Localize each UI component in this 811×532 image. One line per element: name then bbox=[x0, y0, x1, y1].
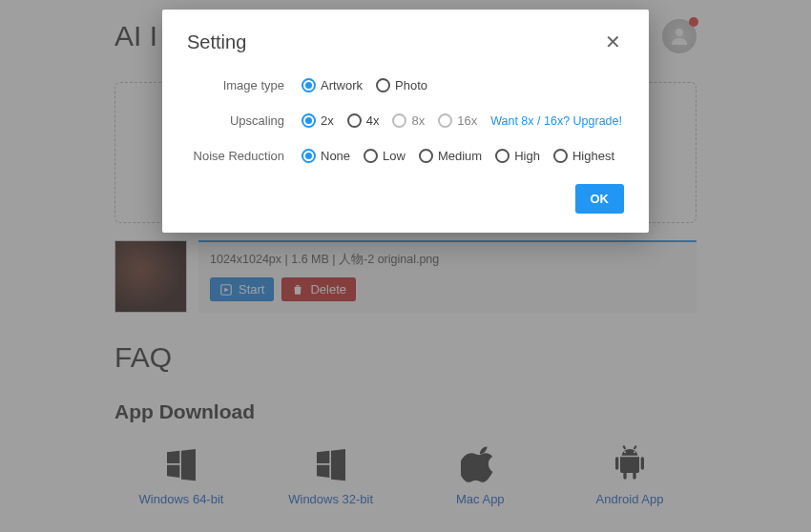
options-noise: NoneLowMediumHighHighest bbox=[302, 149, 614, 163]
radio-label: High bbox=[514, 149, 540, 163]
radio-option[interactable]: 4x bbox=[347, 113, 380, 128]
radio-label: Low bbox=[383, 149, 406, 163]
radio-icon bbox=[392, 113, 406, 128]
radio-label: Photo bbox=[395, 78, 427, 92]
row-noise: Noise Reduction NoneLowMediumHighHighest bbox=[187, 149, 624, 163]
radio-label: None bbox=[321, 149, 350, 163]
radio-option[interactable]: Low bbox=[364, 149, 406, 163]
ok-label: OK bbox=[591, 192, 610, 206]
radio-icon bbox=[495, 149, 509, 163]
label-noise: Noise Reduction bbox=[187, 149, 302, 163]
modal-title: Setting bbox=[187, 31, 246, 53]
radio-option[interactable]: Medium bbox=[419, 149, 482, 163]
radio-option[interactable]: None bbox=[302, 149, 350, 163]
ok-button[interactable]: OK bbox=[575, 184, 625, 214]
radio-option: 8x bbox=[392, 113, 425, 128]
close-icon: ✕ bbox=[605, 31, 621, 52]
radio-option[interactable]: 2x bbox=[302, 113, 334, 128]
radio-icon bbox=[302, 78, 316, 92]
modal-footer: OK bbox=[187, 184, 624, 214]
modal-header: Setting ✕ bbox=[187, 31, 624, 53]
label-upscaling: Upscaling bbox=[187, 113, 302, 128]
radio-label: 4x bbox=[366, 113, 380, 128]
radio-icon bbox=[419, 149, 433, 163]
radio-icon bbox=[376, 78, 390, 92]
radio-icon bbox=[438, 113, 452, 128]
settings-modal: Setting ✕ Image type ArtworkPhoto Upscal… bbox=[162, 10, 649, 233]
radio-label: 8x bbox=[411, 113, 425, 128]
radio-label: 2x bbox=[321, 113, 334, 128]
radio-option[interactable]: Photo bbox=[376, 78, 427, 92]
radio-label: Highest bbox=[572, 149, 614, 163]
radio-icon bbox=[364, 149, 378, 163]
radio-option[interactable]: High bbox=[495, 149, 540, 163]
row-image-type: Image type ArtworkPhoto bbox=[187, 78, 624, 92]
options-image-type: ArtworkPhoto bbox=[302, 78, 427, 92]
radio-option[interactable]: Artwork bbox=[302, 78, 363, 92]
label-image-type: Image type bbox=[187, 78, 302, 92]
radio-label: Medium bbox=[438, 149, 482, 163]
radio-icon bbox=[302, 149, 316, 163]
radio-icon bbox=[553, 149, 568, 163]
radio-icon bbox=[347, 113, 362, 128]
row-upscaling: Upscaling 2x4x8x16xWant 8x / 16x? Upgrad… bbox=[187, 113, 624, 128]
close-button[interactable]: ✕ bbox=[601, 31, 624, 53]
options-upscaling: 2x4x8x16xWant 8x / 16x? Upgrade! bbox=[302, 113, 622, 128]
radio-icon bbox=[302, 113, 316, 128]
radio-option: 16x bbox=[438, 113, 477, 128]
upgrade-link[interactable]: Want 8x / 16x? Upgrade! bbox=[490, 114, 622, 128]
radio-label: Artwork bbox=[321, 78, 363, 92]
radio-option[interactable]: Highest bbox=[553, 149, 614, 163]
radio-label: 16x bbox=[457, 113, 477, 128]
